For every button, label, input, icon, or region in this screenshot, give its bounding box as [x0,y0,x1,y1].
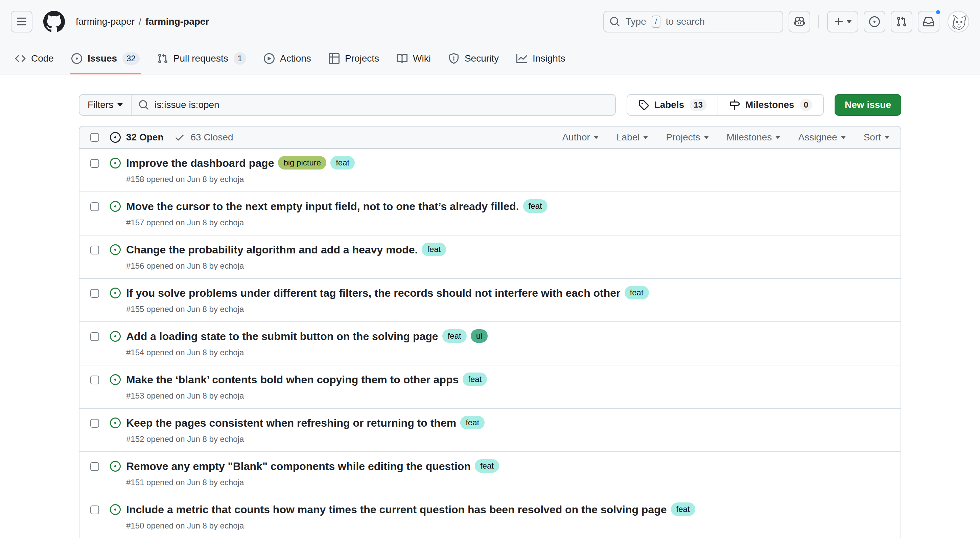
issue-opened-icon [110,331,121,358]
issue-row: Include a metric that counts how many ti… [80,495,900,538]
issues-toolbar: Filters is:issue is:open Labels 13 Miles… [79,94,901,116]
issue-opened-icon [110,244,121,272]
tab-issues[interactable]: Issues32 [65,43,146,74]
breadcrumb-repo[interactable]: farming-paper [145,16,209,27]
issue-select-checkbox[interactable] [90,289,99,298]
issue-opened-icon [110,132,121,143]
tab-label: Insights [533,53,565,64]
header-divider [818,15,819,29]
tab-code[interactable]: Code [8,43,60,74]
tab-pull-requests[interactable]: Pull requests1 [151,43,253,74]
issue-title-link[interactable]: Remove any empty "Blank" components whil… [126,460,471,472]
issue-meta: #156 opened on Jun 8 by echoja [126,260,446,272]
tab-label: Security [465,53,499,64]
issue-select-checkbox[interactable] [90,245,99,255]
issues-list: Improve the dashboard pagebig picturefea… [80,149,900,538]
filters-dropdown-button[interactable]: Filters [79,94,131,116]
search-placeholder-suffix: to search [666,16,705,27]
issue-title-link[interactable]: Move the cursor to the next empty input … [126,200,519,212]
issue-row: Change the probability algorithm and add… [80,235,900,278]
issue-title-link[interactable]: Add a loading state to the submit button… [126,330,438,342]
tab-insights[interactable]: Insights [510,43,572,74]
issue-label[interactable]: feat [625,286,649,299]
issue-title-link[interactable]: Keep the pages consistent when refreshin… [126,417,456,429]
issue-meta: #154 opened on Jun 8 by echoja [126,346,488,358]
hamburger-button[interactable] [11,11,32,32]
tag-icon [638,99,649,110]
author-filter-dropdown[interactable]: Author [562,132,599,143]
tab-counter-badge: 1 [234,53,246,65]
issue-meta: #157 opened on Jun 8 by echoja [126,217,547,229]
issue-label[interactable]: feat [442,329,467,343]
issue-row: Add a loading state to the submit button… [80,322,900,365]
pull-requests-button[interactable] [891,11,912,32]
tab-label: Pull requests [173,53,228,64]
closed-issues-toggle[interactable]: 63 Closed [174,132,233,143]
copilot-button[interactable] [789,11,810,32]
triangle-down-icon [846,20,852,26]
search-icon [138,99,149,110]
issue-opened-icon [869,16,880,27]
triangle-down-icon [643,136,648,142]
global-search-input[interactable]: Type / to search [603,11,783,32]
avatar-dog-drawing [948,11,969,32]
issue-select-checkbox[interactable] [90,419,99,428]
tab-projects[interactable]: Projects [322,43,386,74]
play-icon [264,53,275,64]
issue-opened-icon [110,417,121,445]
open-issues-toggle[interactable]: 32 Open [110,132,163,143]
issue-label[interactable]: feat [475,459,499,473]
shield-icon [449,53,459,64]
issue-title-link[interactable]: Change the probability algorithm and add… [126,244,418,256]
sort-filter-dropdown[interactable]: Sort [864,132,890,143]
issue-label[interactable]: big picture [278,156,326,169]
plus-icon [834,16,845,27]
issue-select-checkbox[interactable] [90,332,99,341]
select-all-checkbox[interactable] [90,133,99,142]
issue-select-checkbox[interactable] [90,462,99,471]
issue-label[interactable]: feat [671,502,695,516]
issue-select-checkbox[interactable] [90,505,99,514]
tab-label: Projects [345,53,379,64]
tab-security[interactable]: Security [442,43,506,74]
issue-meta: #151 opened on Jun 8 by echoja [126,476,499,489]
tab-label: Code [31,53,54,64]
tab-label: Issues [88,53,117,64]
issue-title-link[interactable]: Make the ‘blank’ contents bold when copy… [126,374,458,386]
github-logo[interactable] [43,11,65,32]
global-header: farming-paper / farming-paper Type / to … [0,0,980,43]
graph-icon [516,53,527,64]
issue-label[interactable]: feat [460,416,485,429]
milestone-icon [729,99,740,110]
projects-filter-dropdown[interactable]: Projects [666,132,709,143]
new-issue-button[interactable]: New issue [835,94,901,116]
tab-actions[interactable]: Actions [257,43,318,74]
breadcrumb-owner[interactable]: farming-paper [76,16,135,27]
avatar[interactable] [948,11,969,32]
issues-search-input[interactable]: is:issue is:open [131,94,616,116]
three-bars-icon [16,16,27,27]
milestones-filter-dropdown[interactable]: Milestones [727,132,781,143]
issue-opened-icon [110,461,121,489]
issue-meta: #150 opened on Jun 8 by echoja [126,520,695,532]
issue-select-checkbox[interactable] [90,202,99,211]
issue-row: Improve the dashboard pagebig picturefea… [80,149,900,191]
create-new-button[interactable] [827,11,858,32]
labels-button[interactable]: Labels 13 [627,95,718,115]
issues-button[interactable] [864,11,885,32]
tab-wiki[interactable]: Wiki [390,43,438,74]
issue-label[interactable]: feat [463,373,487,386]
issue-label[interactable]: ui [471,329,488,343]
assignee-filter-dropdown[interactable]: Assignee [798,132,846,143]
issue-select-checkbox[interactable] [90,376,99,384]
issue-title-link[interactable]: Include a metric that counts how many ti… [126,503,667,516]
milestones-button[interactable]: Milestones 0 [718,95,823,115]
issue-label[interactable]: feat [330,156,355,169]
issue-meta: #153 opened on Jun 8 by echoja [126,390,487,402]
issue-label[interactable]: feat [422,242,446,256]
issue-title-link[interactable]: Improve the dashboard page [126,157,274,169]
issue-title-link[interactable]: If you solve problems under different ta… [126,287,620,299]
label-filter-dropdown[interactable]: Label [616,132,649,143]
issue-label[interactable]: feat [523,199,547,213]
issue-select-checkbox[interactable] [90,159,99,168]
